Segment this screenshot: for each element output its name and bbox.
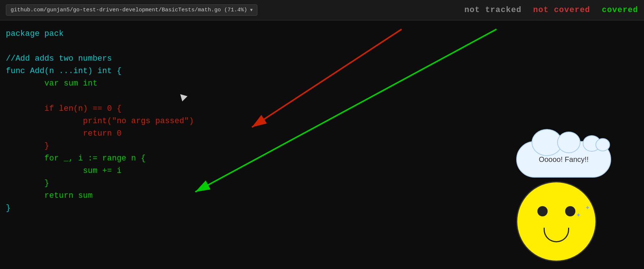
sparkle-icon-1: ✦ (585, 202, 590, 212)
dropdown-arrow-icon: ▼ (250, 8, 253, 13)
code-line (6, 40, 644, 53)
cloud-bump2 (595, 138, 610, 151)
code-line: //Add adds two numbers (6, 53, 644, 65)
cloud-main: Ooooo! Fancy!! (516, 141, 611, 178)
file-selector[interactable]: github.com/gunjan5/go-test-driven-develo… (6, 4, 257, 16)
legend-covered: covered (602, 5, 638, 15)
smiley-container: Ooooo! Fancy!! ✦ ✦ (491, 137, 622, 262)
mouth (544, 228, 569, 242)
eye-left (537, 206, 548, 216)
smiley-face: ✦ ✦ (516, 181, 597, 262)
code-line: package pack (6, 28, 644, 40)
bubble-text: Ooooo! Fancy!! (539, 155, 589, 164)
code-line: if len(n) == 0 { (6, 103, 644, 115)
legend-not-covered: not covered (533, 5, 590, 15)
code-line: func Add(n ...int) int { (6, 65, 644, 77)
code-line: print("no args passed") (6, 115, 644, 128)
code-line: var sum int (6, 77, 644, 90)
file-path-label: github.com/gunjan5/go-test-driven-develo… (11, 7, 247, 13)
legend-container: not tracked not covered covered (464, 5, 638, 15)
legend-not-tracked: not tracked (464, 5, 521, 15)
sparkle-icon-2: ✦ (576, 210, 581, 220)
eye-right (565, 206, 575, 216)
code-line (6, 90, 644, 102)
header-bar: github.com/gunjan5/go-test-driven-develo… (0, 0, 644, 20)
